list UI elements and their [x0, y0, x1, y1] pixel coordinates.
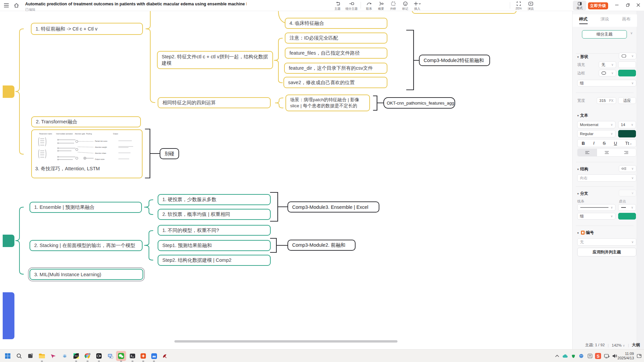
- clipped-topic-yellow[interactable]: [3, 85, 14, 98]
- font-color-swatch[interactable]: [618, 130, 636, 137]
- tab-pitch[interactable]: 演说: [601, 16, 609, 24]
- font-size-dropdown[interactable]: 14∨: [618, 121, 636, 128]
- topic-node[interactable]: 2. Transformer融合: [31, 116, 141, 127]
- summary-node[interactable]: OKT-cnn_pathomics_features_agg: [383, 97, 455, 109]
- topic-node[interactable]: Step1. 预测结果前融和: [158, 240, 271, 251]
- fill-dropdown[interactable]: 无∨: [599, 61, 616, 68]
- branch-line-dropdown[interactable]: ∨: [577, 204, 615, 211]
- topic-node-with-image[interactable]: Parameter matrix Intermediate activation…: [31, 129, 143, 178]
- chrome-icon[interactable]: [83, 351, 93, 361]
- restore-button[interactable]: [622, 0, 634, 10]
- text-case-button[interactable]: Tt ∨: [625, 141, 632, 146]
- summary-node[interactable]: 别碰: [160, 148, 179, 159]
- file-explorer-icon[interactable]: [37, 351, 47, 361]
- dart-app-icon[interactable]: [48, 351, 58, 361]
- topic-button[interactable]: 主题: [330, 1, 345, 11]
- topic-node[interactable]: save2，修改成自己喜欢的位置: [283, 77, 387, 88]
- font-family-dropdown[interactable]: Montserrat∨: [577, 121, 615, 128]
- border-color-swatch[interactable]: [618, 70, 636, 76]
- align-center-button[interactable]: [597, 149, 616, 156]
- branch-dot-dropdown[interactable]: ∨: [618, 204, 636, 211]
- topic-node[interactable]: 4. 临床特征融合: [285, 18, 387, 29]
- topic-node[interactable]: Step2. 特征文件ctl c + ctl v拼到一起，结构化数据建模: [157, 51, 273, 69]
- clipped-topic-blue[interactable]: [3, 292, 14, 339]
- topic-node[interactable]: 场景：病理patch的特征融合 | 影像slice | 每个患者的数据是不定长的: [285, 95, 370, 111]
- structure-section-header[interactable]: ▾结构: [577, 166, 588, 172]
- topic-node[interactable]: feature_files，自己指定文件路径: [285, 48, 387, 59]
- topic-node[interactable]: Step2. 结构化数据建模 | Comp2: [158, 255, 271, 266]
- add-subtopic-button[interactable]: 细分主题: [582, 30, 627, 39]
- summary-node[interactable]: Comp3-Module3. Ensemble | Excel: [287, 201, 379, 213]
- terminal-icon[interactable]: [127, 351, 138, 361]
- topic-node[interactable]: 1. Ensemble | 预测结果融合: [30, 202, 142, 213]
- home-icon[interactable]: [13, 2, 19, 10]
- italic-button[interactable]: I: [593, 140, 594, 146]
- pycharm-icon[interactable]: PC: [71, 351, 81, 361]
- minimize-button[interactable]: [611, 0, 623, 10]
- clipped-topic-teal[interactable]: [3, 235, 14, 247]
- notification-center-icon[interactable]: [634, 351, 644, 361]
- close-button[interactable]: [633, 0, 644, 10]
- tab-style[interactable]: 样式: [579, 16, 588, 24]
- topic-node[interactable]: 相同特征之间的四则运算: [158, 97, 271, 108]
- structure-direction-dropdown[interactable]: 向右∨: [577, 174, 636, 182]
- summary-node[interactable]: Comp3-Module2特征前融和: [419, 55, 490, 66]
- shape-section-header[interactable]: ▾形状: [577, 54, 588, 60]
- topic-node[interactable]: 1. 硬投票，少数服从多数: [158, 194, 271, 205]
- start-button[interactable]: [3, 351, 13, 361]
- structure-type-dropdown[interactable]: ∨: [619, 165, 636, 172]
- numbering-section-header[interactable]: ▾编号: [577, 230, 594, 236]
- topic-node[interactable]: 2. 软投票，概率均值 | 权重相同: [158, 209, 271, 220]
- brace-teal-stacking: [144, 231, 153, 260]
- remote-desktop-icon[interactable]: [105, 351, 115, 361]
- shape-dropdown[interactable]: ∨: [619, 53, 636, 59]
- upgrade-button[interactable]: 立即升级: [588, 2, 608, 9]
- wechat-icon[interactable]: [116, 351, 126, 361]
- topic-node[interactable]: 1. 不同的模型，权重不同?: [158, 225, 271, 236]
- strikethrough-button[interactable]: S: [603, 141, 606, 146]
- border-width-dropdown[interactable]: 细∨: [577, 80, 636, 86]
- horizontal-scrollbar[interactable]: [174, 340, 397, 343]
- tray-clock[interactable]: 11:09 2025/4/13: [618, 352, 634, 360]
- align-left-button[interactable]: [578, 149, 597, 156]
- topic-node-selected[interactable]: 3. MIL(Multi Instance Learning): [30, 269, 143, 280]
- search-icon[interactable]: [14, 351, 24, 361]
- bold-button[interactable]: B: [582, 141, 585, 146]
- apply-to-siblings-button[interactable]: 应用到并列主题: [577, 248, 636, 256]
- bird-app-icon[interactable]: [160, 351, 170, 361]
- task-view-icon[interactable]: [25, 351, 36, 361]
- outline-button[interactable]: 大纲: [632, 342, 640, 348]
- branch-color-swatch[interactable]: [618, 213, 636, 220]
- text-section-header[interactable]: ▾文本: [577, 113, 588, 118]
- topic-node[interactable]: feature_dir，这个目录下所有的csv文件: [284, 63, 387, 74]
- fit-width-button[interactable]: 适应: [618, 97, 636, 104]
- screen-recorder-icon[interactable]: [94, 351, 104, 361]
- subtopic-dropdown-chevron[interactable]: ∨: [630, 31, 633, 35]
- width-input[interactable]: 315PX: [597, 97, 616, 104]
- branch-width-dropdown[interactable]: 细∨: [577, 213, 615, 220]
- tab-canvas[interactable]: 画布: [622, 16, 631, 24]
- topic-node[interactable]: 注意：ID必须完全匹配: [285, 33, 387, 44]
- pitch-mode-button[interactable]: 演说: [523, 1, 538, 11]
- media-app-icon[interactable]: [138, 351, 148, 361]
- format-panel-toggle[interactable]: 格式: [573, 1, 586, 10]
- numbering-dropdown[interactable]: 无∨: [577, 238, 636, 246]
- border-style-dropdown[interactable]: ∨: [599, 70, 616, 76]
- font-weight-dropdown[interactable]: Regular∨: [577, 130, 615, 137]
- menu-icon[interactable]: [3, 3, 9, 9]
- docs-app-icon[interactable]: [149, 351, 159, 361]
- fill-color-swatch[interactable]: [618, 61, 636, 68]
- insert-button[interactable]: 插入: [410, 1, 425, 11]
- subtopic-button[interactable]: 细分主题: [344, 1, 359, 11]
- stack-app-icon[interactable]: [60, 351, 70, 361]
- zoom-level[interactable]: 142% ∨: [612, 343, 625, 347]
- clipped-topic-top[interactable]: [412, 11, 517, 14]
- topic-node[interactable]: 1. 特征前融和 -> Ctl c + Ctl v: [31, 23, 143, 35]
- summary-node[interactable]: Comp3-Module2. 前融和: [287, 240, 356, 251]
- align-right-button[interactable]: [616, 149, 636, 156]
- underline-button[interactable]: U: [614, 141, 617, 146]
- topic-node[interactable]: 2. Stacking | 在前面模型的输出，再加一个模型: [30, 240, 143, 251]
- mindmap-canvas[interactable]: 1. 特征前融和 -> Ctl c + Ctl v Step2. 特征文件ctl…: [0, 11, 572, 349]
- branch-section-header[interactable]: ▾分支: [577, 191, 588, 196]
- branch-style-dropdown[interactable]: ∨: [619, 190, 636, 196]
